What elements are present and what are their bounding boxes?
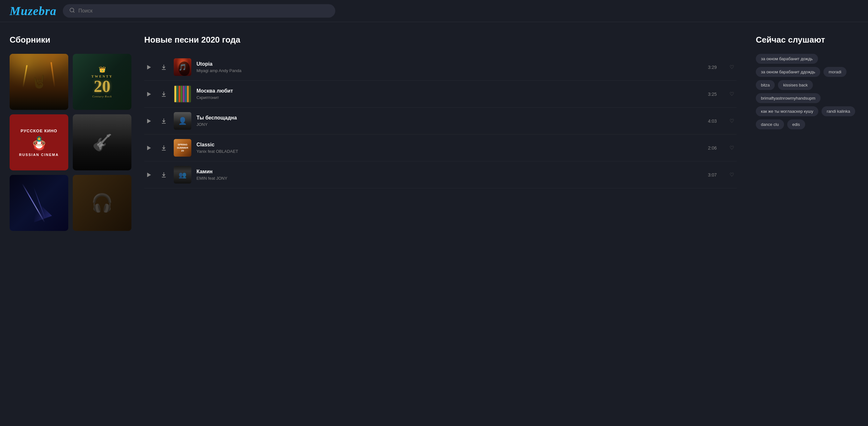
play-button[interactable] xyxy=(144,116,154,126)
song-cover: 🎵 xyxy=(174,58,191,76)
tag-pill[interactable]: как же ты моглааскер кушу xyxy=(756,106,818,116)
song-duration: 4:03 xyxy=(708,119,717,124)
concert-visual: 🤘 xyxy=(10,54,68,110)
song-title: Камин xyxy=(196,169,703,174)
songs-section: Новые песни 2020 года 🎵 xyxy=(131,35,749,231)
like-button[interactable]: ♡ xyxy=(727,89,737,99)
collections-grid: 🤘 👑 TwENTY 20 Century Rock РУССКОЕ КИНО … xyxy=(10,54,131,231)
download-button[interactable] xyxy=(159,116,168,126)
download-icon xyxy=(162,65,166,70)
tag-pill[interactable]: moradi xyxy=(824,67,846,77)
like-button[interactable]: ♡ xyxy=(727,143,737,153)
now-listening-title: Сейчас слушают xyxy=(756,35,858,45)
song-duration: 2:06 xyxy=(708,145,717,151)
play-icon xyxy=(147,173,151,177)
collection-card-space[interactable] xyxy=(10,175,68,231)
song-title: Utopia xyxy=(196,61,703,67)
song-info: Камин EMIN feat JONY xyxy=(196,169,703,181)
download-icon xyxy=(162,92,166,97)
collection-card-bw[interactable]: 🎸 xyxy=(73,114,131,170)
song-info: Москва любит Скриптонит xyxy=(196,88,703,100)
collection-card-russian[interactable]: РУССКОЕ КИНО 🪆 RUSSIAN CINEMA xyxy=(10,114,68,170)
song-info: Ты беспощадна JONY xyxy=(196,115,703,127)
song-artist: Скриптонит xyxy=(196,95,703,100)
collection-card-headphones[interactable]: 🎧 xyxy=(73,175,131,231)
search-icon xyxy=(69,7,75,14)
song-row[interactable]: 🎵 Utopia Miyagi amp Andy Panda 3:29 ♡ xyxy=(144,54,737,81)
search-bar[interactable] xyxy=(63,4,335,18)
play-button[interactable] xyxy=(144,62,154,72)
play-button[interactable] xyxy=(144,143,154,153)
like-button[interactable]: ♡ xyxy=(727,116,737,126)
tag-pill[interactable]: за окном барабанит ддождь xyxy=(756,67,820,77)
tag-pill[interactable]: kissises back xyxy=(778,80,813,90)
collection-card-concert[interactable]: 🤘 xyxy=(10,54,68,110)
song-duration: 3:25 xyxy=(708,92,717,97)
app-logo: Muzebra xyxy=(10,4,56,18)
tag-pill[interactable]: randi kalinka xyxy=(822,106,855,116)
classic-cover-art: SPRINGSUMMER20 xyxy=(174,139,191,157)
play-button[interactable] xyxy=(144,89,154,99)
download-icon xyxy=(162,145,166,151)
search-input[interactable] xyxy=(78,8,329,14)
song-artist: JONY xyxy=(196,122,703,127)
utopia-cover-art: 🎵 xyxy=(174,58,191,76)
tag-pill[interactable]: brimaftyastnrowmyhandsupm xyxy=(756,93,820,103)
tag-pill[interactable]: за окном барабанит дождь xyxy=(756,54,818,64)
matryoshka-icon: 🪆 xyxy=(31,136,47,151)
header: Muzebra xyxy=(0,0,868,22)
song-row[interactable]: Москва любит Скриптонит 3:25 ♡ xyxy=(144,81,737,108)
song-row[interactable]: 👤 Ты беспощадна JONY 4:03 ♡ xyxy=(144,108,737,134)
song-list: 🎵 Utopia Miyagi amp Andy Panda 3:29 ♡ xyxy=(144,54,737,188)
song-duration: 3:29 xyxy=(708,65,717,70)
tag-pill[interactable]: bitza xyxy=(756,80,775,90)
song-artist: Yanix feat OBLADAET xyxy=(196,149,703,154)
play-icon xyxy=(147,119,151,123)
song-title: Ты беспощадна xyxy=(196,115,703,121)
song-cover xyxy=(174,85,191,103)
tag-pill[interactable]: dance clu xyxy=(756,120,784,129)
merciless-cover-art: 👤 xyxy=(174,112,191,130)
new-songs-title: Новые песни 2020 года xyxy=(144,35,737,45)
performer-icon: 🎸 xyxy=(92,133,112,152)
song-artist: Miyagi amp Andy Panda xyxy=(196,68,703,73)
song-cover: SPRINGSUMMER20 xyxy=(174,139,191,157)
space-visual xyxy=(10,175,68,231)
song-row[interactable]: 👥 Камин EMIN feat JONY 3:07 ♡ xyxy=(144,161,737,188)
svg-line-1 xyxy=(73,11,74,12)
heart-icon: ♡ xyxy=(730,172,734,178)
tag-pill[interactable]: edis xyxy=(787,120,805,129)
heart-icon: ♡ xyxy=(730,118,734,124)
moskva-cover-art xyxy=(174,85,191,103)
download-button[interactable] xyxy=(159,143,168,153)
download-button[interactable] xyxy=(159,62,168,72)
song-info: Utopia Miyagi amp Andy Panda xyxy=(196,61,703,73)
play-icon xyxy=(147,92,151,96)
song-row[interactable]: SPRINGSUMMER20 Classic Yanix feat OBLADA… xyxy=(144,134,737,161)
download-button[interactable] xyxy=(159,89,168,99)
russian-title-bottom: RUSSIAN CINEMA xyxy=(19,153,59,157)
song-duration: 3:07 xyxy=(708,172,717,177)
kamin-cover-art: 👥 xyxy=(174,166,191,184)
russian-title-top: РУССКОЕ КИНО xyxy=(21,128,57,133)
song-cover: 👥 xyxy=(174,166,191,184)
download-icon xyxy=(162,172,166,177)
download-icon xyxy=(162,119,166,124)
like-button[interactable]: ♡ xyxy=(727,170,737,180)
collections-section: Сборники 🤘 👑 TwENTY 20 Century Rock xyxy=(10,35,131,231)
now-listening-section: Сейчас слушают за окном барабанит дождь … xyxy=(749,35,858,231)
download-button[interactable] xyxy=(159,170,168,180)
song-info: Classic Yanix feat OBLADAET xyxy=(196,142,703,154)
bw-visual: 🎸 xyxy=(73,114,131,170)
twenty-number: 20 xyxy=(94,78,111,95)
heart-icon: ♡ xyxy=(730,91,734,97)
play-button[interactable] xyxy=(144,170,154,180)
like-button[interactable]: ♡ xyxy=(727,62,737,72)
headphones-icon: 🎧 xyxy=(91,193,113,213)
song-cover: 👤 xyxy=(174,112,191,130)
play-icon xyxy=(147,146,151,150)
heart-icon: ♡ xyxy=(730,64,734,70)
song-artist: EMIN feat JONY xyxy=(196,176,703,181)
twenty-label-bottom: Century Rock xyxy=(92,95,112,98)
collection-card-twenty[interactable]: 👑 TwENTY 20 Century Rock xyxy=(73,54,131,110)
